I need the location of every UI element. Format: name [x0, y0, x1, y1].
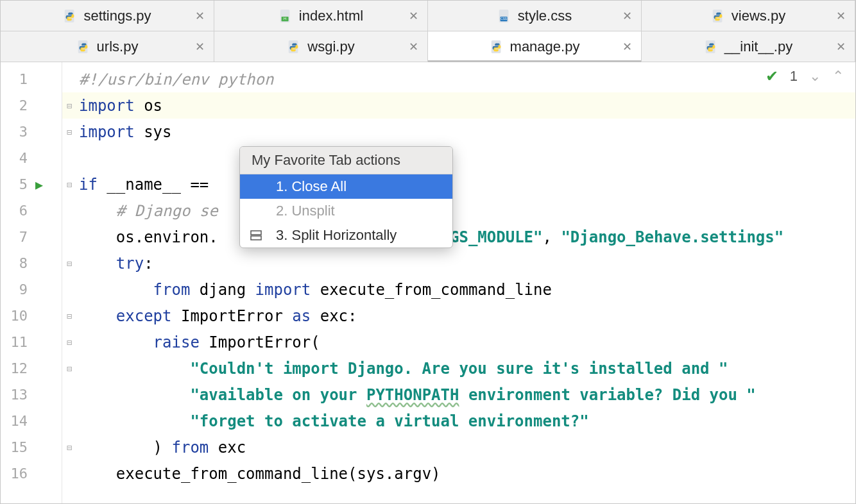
svg-rect-12 — [251, 231, 261, 235]
line-number: 4 — [1, 150, 28, 166]
code-line[interactable]: from djang import execute_from_command_l… — [62, 276, 855, 303]
code-line[interactable]: ⊟ ) from exc — [62, 434, 855, 460]
fold-icon[interactable]: ⊟ — [64, 100, 75, 112]
tab-manage-py[interactable]: manage.py✕ — [428, 31, 642, 62]
fold-icon[interactable]: ⊟ — [64, 337, 75, 348]
line-number: 11 — [1, 334, 28, 350]
popup-item[interactable]: 3. Split Horizontally — [240, 223, 452, 248]
file-icon — [287, 40, 301, 54]
code-line[interactable]: ⊟import sys — [62, 119, 855, 145]
fold-icon[interactable]: ⊟ — [64, 310, 75, 322]
popup-item: 2. Unsplit — [240, 199, 452, 223]
run-icon[interactable]: ▶ — [35, 177, 43, 192]
close-icon[interactable]: ✕ — [836, 9, 846, 23]
gutter-line[interactable]: 14 — [1, 408, 62, 434]
menu-item-label: 1. Close All — [270, 178, 347, 195]
code-line[interactable]: execute_from_command_line(sys.argv) — [62, 460, 855, 487]
gutter-line[interactable]: 8 — [1, 250, 62, 276]
gutter-line[interactable]: 3 — [1, 119, 62, 145]
line-number: 14 — [1, 413, 28, 429]
close-icon[interactable]: ✕ — [409, 9, 418, 23]
popup-title: My Favorite Tab actions — [240, 147, 452, 174]
tab-bar: settings.py✕Hindex.html✕CSSstyle.css✕vie… — [1, 1, 855, 62]
gutter-line[interactable]: 13 — [1, 382, 62, 408]
tab-views-py[interactable]: views.py✕ — [642, 1, 855, 31]
file-icon — [704, 40, 718, 54]
gutter-line[interactable]: 2 — [1, 92, 62, 119]
tab-index-html[interactable]: Hindex.html✕ — [214, 1, 428, 31]
file-icon — [711, 9, 725, 23]
line-number: 15 — [1, 439, 28, 455]
close-icon[interactable]: ✕ — [195, 40, 205, 54]
line-number: 12 — [1, 360, 28, 376]
tab-label: urls.py — [97, 38, 139, 55]
tab-wsgi-py[interactable]: wsgi.py✕ — [214, 31, 428, 62]
line-number: 16 — [1, 466, 28, 482]
gutter-line[interactable]: 12 — [1, 355, 62, 382]
tab-style-css[interactable]: CSSstyle.css✕ — [428, 1, 642, 31]
close-icon[interactable]: ✕ — [622, 40, 632, 54]
tab-label: manage.py — [510, 38, 580, 55]
tab-label: views.py — [732, 8, 785, 24]
tab-label: index.html — [299, 8, 363, 24]
line-number: 13 — [1, 387, 28, 403]
gutter-line[interactable]: 1 — [1, 66, 62, 92]
editor: 12345▶678910111213141516 ✔ 1 ⌄ ⌃ #!/usr/… — [1, 62, 855, 504]
gutter-line[interactable]: 10 — [1, 303, 62, 329]
file-icon — [76, 40, 90, 54]
fold-icon[interactable]: ⊟ — [64, 442, 75, 453]
tab-label: __init__.py — [724, 38, 792, 55]
line-number: 3 — [1, 124, 28, 140]
code-line[interactable]: ⊟ raise ImportError( — [62, 329, 855, 355]
fold-icon[interactable]: ⊟ — [64, 126, 75, 138]
fold-icon[interactable]: ⊟ — [64, 179, 75, 190]
popup-item[interactable]: 1. Close All — [240, 174, 452, 199]
tab-__init__-py[interactable]: __init__.py✕ — [642, 31, 855, 62]
code-line[interactable]: # Django se — [62, 197, 855, 224]
tab-label: wsgi.py — [307, 38, 354, 55]
tab-settings-py[interactable]: settings.py✕ — [1, 1, 214, 31]
svg-text:CSS: CSS — [501, 17, 506, 21]
tab-row-1: settings.py✕Hindex.html✕CSSstyle.css✕vie… — [1, 1, 855, 31]
code-line[interactable]: ⊟ "Couldn't import Django. Are you sure … — [62, 355, 855, 382]
gutter: 12345▶678910111213141516 — [1, 62, 62, 504]
close-icon[interactable]: ✕ — [836, 40, 846, 54]
line-number: 1 — [1, 71, 28, 87]
code-line[interactable]: ⊟ except ImportError as exc: — [62, 303, 855, 329]
close-icon[interactable]: ✕ — [409, 40, 418, 54]
gutter-line[interactable]: 15 — [1, 434, 62, 460]
code-line[interactable]: #!/usr/bin/env python — [62, 66, 855, 92]
gutter-line[interactable]: 5▶ — [1, 171, 62, 197]
svg-rect-13 — [251, 236, 261, 240]
code-line[interactable]: os.environ. TTINGS_MODULE", "Django_Beha… — [62, 224, 855, 250]
code-line[interactable]: ⊟import os — [62, 92, 855, 119]
close-icon[interactable]: ✕ — [622, 9, 632, 23]
file-icon: H — [278, 9, 293, 23]
tab-urls-py[interactable]: urls.py✕ — [1, 31, 214, 62]
gutter-line[interactable]: 7 — [1, 224, 62, 250]
code-line[interactable] — [62, 145, 855, 171]
code-line[interactable]: "available on your PYTHONPATH environmen… — [62, 382, 855, 408]
fold-icon[interactable]: ⊟ — [64, 258, 75, 269]
line-number: 7 — [1, 229, 28, 245]
context-popup: My Favorite Tab actions 1. Close All2. U… — [239, 146, 453, 248]
gutter-line[interactable]: 6 — [1, 197, 62, 224]
gutter-line[interactable]: 9 — [1, 276, 62, 303]
menu-item-label: 2. Unsplit — [270, 203, 335, 219]
line-number: 9 — [1, 281, 28, 298]
file-icon — [63, 9, 77, 23]
close-icon[interactable]: ✕ — [195, 9, 205, 23]
gutter-line[interactable]: 11 — [1, 329, 62, 355]
gutter-line[interactable]: 16 — [1, 460, 62, 487]
line-number: 2 — [1, 97, 28, 113]
line-number: 10 — [1, 308, 28, 324]
gutter-line[interactable]: 4 — [1, 145, 62, 171]
code-line[interactable]: ⊟if __name__ == — [62, 171, 855, 197]
fold-icon[interactable]: ⊟ — [64, 363, 75, 374]
line-number: 5 — [1, 176, 28, 192]
line-number: 6 — [1, 203, 28, 219]
code-area[interactable]: ✔ 1 ⌄ ⌃ #!/usr/bin/env python⊟import os⊟… — [62, 62, 855, 504]
code-line[interactable]: ⊟ try: — [62, 250, 855, 276]
code-line[interactable]: "forget to activate a virtual environmen… — [62, 408, 855, 434]
file-icon: CSS — [497, 9, 511, 23]
